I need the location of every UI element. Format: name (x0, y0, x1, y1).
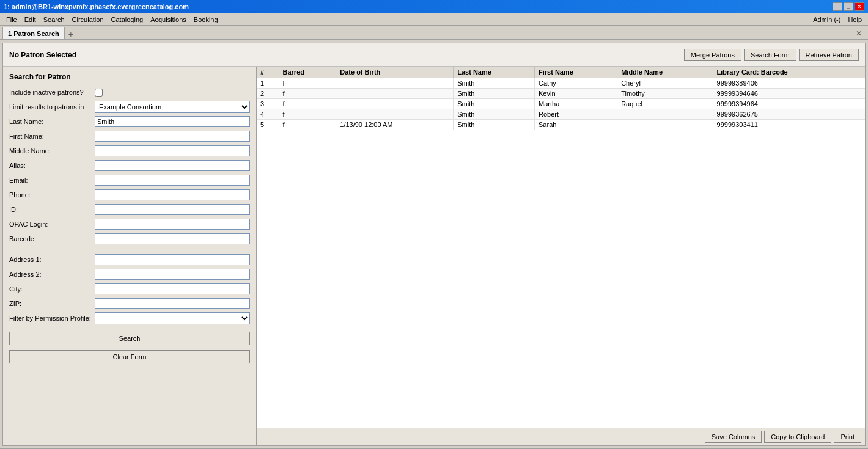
phone-row: Phone: (9, 189, 250, 201)
first-name-input[interactable] (95, 131, 250, 142)
table-cell: 2 (257, 89, 279, 99)
split-area: Search for Patron Include inactive patro… (3, 67, 865, 445)
search-form-button[interactable]: Search Form (744, 49, 796, 61)
table-row[interactable]: 3fSmithMarthaRaquel99999394964 (257, 99, 865, 109)
table-cell: 5 (257, 120, 279, 130)
barcode-input[interactable] (95, 233, 250, 244)
minimize-button[interactable]: ─ (833, 2, 842, 11)
col-header-barred[interactable]: Barred (279, 67, 336, 78)
limit-results-select[interactable]: Example Consortium (95, 101, 250, 113)
table-cell: 1/13/90 12:00 AM (336, 120, 454, 130)
permission-profile-select[interactable] (95, 312, 250, 324)
save-columns-button[interactable]: Save Columns (705, 431, 762, 443)
address1-label: Address 1: (9, 256, 95, 263)
merge-patrons-button[interactable]: Merge Patrons (684, 49, 741, 61)
col-header-barcode[interactable]: Library Card: Barcode (713, 67, 865, 78)
table-cell: 99999394964 (713, 99, 865, 109)
table-header-row: # Barred Date of Birth Last Name First N… (257, 67, 865, 78)
email-label: Email: (9, 177, 95, 184)
address1-input[interactable] (95, 254, 250, 265)
col-header-first-name[interactable]: First Name (535, 67, 617, 78)
table-cell: 3 (257, 99, 279, 109)
address2-row: Address 2: (9, 268, 250, 280)
search-button[interactable]: Search (9, 332, 250, 345)
copy-clipboard-button[interactable]: Copy to Clipboard (764, 431, 831, 443)
zip-input[interactable] (95, 298, 250, 309)
col-header-dob[interactable]: Date of Birth (336, 67, 454, 78)
phone-input[interactable] (95, 189, 250, 200)
table-cell: Robert (535, 109, 617, 120)
table-row[interactable]: 5f1/13/90 12:00 AMSmithSarah99999303411 (257, 120, 865, 130)
city-input[interactable] (95, 283, 250, 294)
last-name-input[interactable] (95, 116, 250, 127)
table-cell (336, 78, 454, 89)
table-cell: f (279, 78, 336, 89)
id-label: ID: (9, 206, 95, 213)
opac-login-input[interactable] (95, 219, 250, 230)
menu-search[interactable]: Search (40, 15, 68, 24)
table-row[interactable]: 1fSmithCathyCheryl99999389406 (257, 78, 865, 89)
menu-booking[interactable]: Booking (190, 15, 222, 24)
menu-edit[interactable]: Edit (21, 15, 40, 24)
table-cell: Smith (454, 120, 535, 130)
table-row[interactable]: 4fSmithRobert99999362675 (257, 109, 865, 120)
table-cell: Cheryl (617, 78, 713, 89)
table-cell: Martha (535, 99, 617, 109)
include-inactive-checkbox[interactable] (95, 89, 103, 97)
col-header-last-name[interactable]: Last Name (454, 67, 535, 78)
bottom-bar: Save Columns Copy to Clipboard Print (257, 428, 865, 445)
table-cell: Smith (454, 109, 535, 120)
middle-name-label: Middle Name: (9, 147, 95, 155)
menu-cataloging[interactable]: Cataloging (108, 15, 147, 24)
tab-patron-search[interactable]: 1 Patron Search (2, 27, 65, 39)
last-name-label: Last Name: (9, 118, 95, 125)
help-label[interactable]: Help (844, 15, 866, 24)
table-row[interactable]: 2fSmithKevinTimothy99999394646 (257, 89, 865, 99)
table-cell: 99999389406 (713, 78, 865, 89)
middle-name-input[interactable] (95, 145, 250, 156)
print-button[interactable]: Print (834, 431, 861, 443)
main-content: No Patron Selected Merge Patrons Search … (2, 43, 866, 446)
table-cell: Smith (454, 89, 535, 99)
alias-label: Alias: (9, 162, 95, 169)
first-name-label: First Name: (9, 133, 95, 140)
barcode-label: Barcode: (9, 235, 95, 243)
menu-file[interactable]: File (2, 15, 21, 24)
table-cell (617, 120, 713, 130)
address2-input[interactable] (95, 269, 250, 280)
maximize-button[interactable]: □ (844, 2, 853, 11)
table-cell: Smith (454, 99, 535, 109)
phone-label: Phone: (9, 191, 95, 199)
clear-form-button[interactable]: Clear Form (9, 350, 250, 363)
alias-input[interactable] (95, 160, 250, 171)
title-bar-controls: ─ □ ✕ (833, 2, 864, 11)
results-table-container: # Barred Date of Birth Last Name First N… (257, 67, 865, 428)
admin-label[interactable]: Admin (-) (809, 15, 844, 24)
menu-circulation[interactable]: Circulation (68, 15, 108, 24)
retrieve-patron-button[interactable]: Retrieve Patron (799, 49, 859, 61)
table-cell: 1 (257, 78, 279, 89)
menu-acquisitions[interactable]: Acquisitions (147, 15, 190, 24)
table-cell: Sarah (535, 120, 617, 130)
city-row: City: (9, 283, 250, 295)
col-header-middle-name[interactable]: Middle Name (617, 67, 713, 78)
search-panel-title: Search for Patron (9, 73, 250, 81)
table-cell: f (279, 99, 336, 109)
city-label: City: (9, 285, 95, 293)
table-cell: f (279, 120, 336, 130)
alias-row: Alias: (9, 159, 250, 172)
title-bar-text: 1: admin@BR1-winxpvmfx.phasefx.evergreen… (4, 3, 189, 10)
address2-label: Address 2: (9, 271, 95, 278)
email-input[interactable] (95, 175, 250, 186)
add-tab-button[interactable]: + (66, 29, 76, 39)
tab-close-button[interactable]: ✕ (852, 28, 866, 39)
close-button[interactable]: ✕ (855, 2, 864, 11)
top-bar: No Patron Selected Merge Patrons Search … (3, 43, 865, 67)
table-cell (336, 99, 454, 109)
table-cell: Kevin (535, 89, 617, 99)
table-cell: Raquel (617, 99, 713, 109)
table-cell (617, 109, 713, 120)
col-header-num[interactable]: # (257, 67, 279, 78)
include-inactive-row: Include inactive patrons? (9, 86, 250, 98)
id-input[interactable] (95, 204, 250, 215)
